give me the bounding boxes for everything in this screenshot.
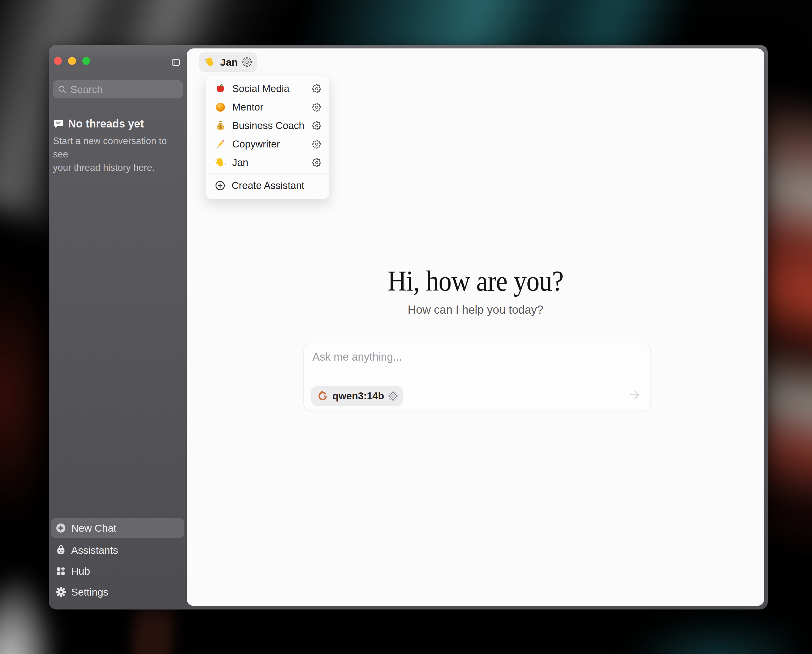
search-input[interactable] [70, 84, 173, 95]
message-input[interactable] [313, 351, 633, 381]
main-panel: Jan Social Media Mentor Business Coach [187, 49, 764, 606]
greeting-subtitle: How can I help you today? [187, 303, 764, 316]
red-apple-icon [215, 83, 226, 95]
sidebar-item-label: Settings [71, 586, 108, 598]
empty-state-header: No threads yet [53, 118, 144, 130]
app-window: No threads yet Start a new conversation … [49, 45, 768, 610]
gear-icon[interactable] [312, 102, 321, 112]
menu-item-mentor[interactable]: Mentor [206, 98, 329, 116]
sidebar-item-label: Assistants [71, 544, 118, 556]
menu-item-label: Business Coach [232, 120, 306, 131]
search-icon [58, 85, 67, 94]
menu-item-label: Social Media [232, 83, 306, 95]
sidebar-item-assistants[interactable]: Assistants [51, 541, 185, 560]
gear-icon[interactable] [312, 121, 321, 130]
zoom-button[interactable] [82, 57, 90, 65]
menu-item-label: Jan [232, 157, 306, 168]
menu-item-label: Mentor [232, 101, 306, 113]
empty-state-title: No threads yet [68, 118, 144, 130]
plus-circle-icon [215, 180, 226, 191]
send-button[interactable] [627, 388, 642, 402]
empty-state-description: Start a new conversation to see your thr… [53, 134, 180, 174]
sidebar-item-label: Hub [71, 565, 90, 577]
close-button[interactable] [54, 57, 62, 65]
sidebar-toggle-icon[interactable] [171, 58, 182, 67]
menu-item-jan[interactable]: Jan [206, 153, 329, 172]
orange-circle-icon [215, 101, 226, 113]
empty-state-line1: Start a new conversation to see [53, 134, 180, 161]
menu-item-label: Copywriter [232, 138, 306, 150]
chat-bubble-icon [53, 118, 64, 129]
sidebar: No threads yet Start a new conversation … [49, 45, 187, 610]
active-assistant-name: Jan [220, 56, 238, 68]
gear-icon[interactable] [388, 391, 397, 400]
model-name: qwen3:14b [333, 390, 384, 402]
composer-card: qwen3:14b [303, 343, 651, 411]
model-selector-chip[interactable]: qwen3:14b [311, 387, 403, 406]
pencil-icon [215, 138, 226, 150]
empty-state-line2: your thread history here. [53, 161, 180, 174]
plus-circle-icon [55, 523, 66, 533]
gear-icon[interactable] [312, 158, 321, 167]
sidebar-item-settings[interactable]: Settings [51, 582, 185, 602]
sidebar-item-hub[interactable]: Hub [51, 561, 185, 581]
assistant-icon [55, 545, 66, 556]
waving-hand-icon [215, 157, 226, 168]
main-header [187, 49, 764, 76]
search-box[interactable] [53, 80, 183, 98]
create-assistant-button[interactable]: Create Assistant [206, 176, 329, 196]
menu-item-business-coach[interactable]: Business Coach [206, 116, 329, 135]
window-controls [54, 57, 90, 65]
hub-grid-icon [55, 565, 66, 576]
minimize-button[interactable] [68, 57, 76, 65]
assistant-selector-chip[interactable]: Jan [199, 52, 257, 72]
sidebar-item-label: New Chat [71, 522, 116, 534]
create-assistant-label: Create Assistant [232, 180, 304, 191]
assistant-dropdown-menu: Social Media Mentor Business Coach Copyw… [205, 76, 330, 199]
menu-item-copywriter[interactable]: Copywriter [206, 135, 329, 153]
model-provider-icon [317, 390, 328, 402]
gear-icon[interactable] [312, 140, 321, 149]
waving-hand-icon [205, 56, 216, 68]
arrow-right-icon [627, 388, 642, 402]
gear-icon [55, 587, 66, 597]
sidebar-item-new-chat[interactable]: New Chat [51, 518, 185, 538]
gear-icon[interactable] [312, 84, 321, 93]
menu-item-social-media[interactable]: Social Media [206, 79, 329, 98]
money-bag-icon [215, 120, 226, 131]
greeting-title: Hi, how are you? [187, 264, 764, 298]
gear-icon[interactable] [242, 57, 252, 67]
